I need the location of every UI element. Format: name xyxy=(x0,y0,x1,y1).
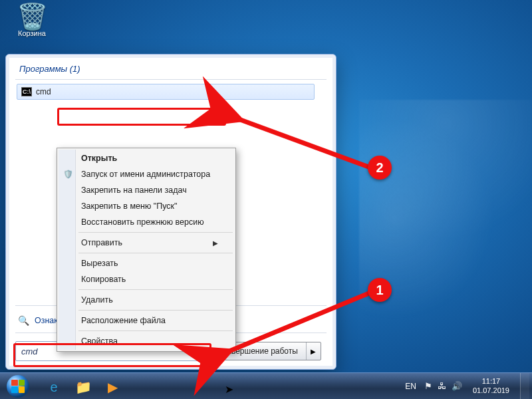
recycle-bin-label: Корзина xyxy=(18,29,46,37)
cmd-icon: C:\ xyxy=(21,87,32,96)
windows-logo-icon xyxy=(7,375,29,398)
volume-icon[interactable]: 🔊 xyxy=(452,381,462,391)
recycle-bin[interactable]: 🗑️ Корзина xyxy=(11,4,53,37)
context-menu: Открыть 🛡️ Запуск от имени администратор… xyxy=(57,148,236,352)
ctx-restore-previous[interactable]: Восстановить прежнюю версию xyxy=(59,214,234,230)
ctx-separator xyxy=(78,289,233,290)
start-button[interactable] xyxy=(0,373,36,399)
recycle-bin-icon: 🗑️ xyxy=(11,4,53,29)
taskbar: e 📁 ▶ EN ⚑ 🖧 🔊 11:17 01.07.2019 xyxy=(0,372,532,399)
divider xyxy=(15,79,327,80)
ctx-file-location[interactable]: Расположение файла xyxy=(59,313,234,329)
internet-explorer-icon[interactable]: e xyxy=(40,376,68,398)
ctx-cut[interactable]: Вырезать xyxy=(59,255,234,271)
mouse-cursor-icon: ➤ xyxy=(225,383,233,396)
shutdown-options-icon[interactable]: ▶ xyxy=(306,342,321,360)
ctx-pin-taskbar[interactable]: Закрепить на панели задач xyxy=(59,182,234,198)
ctx-separator xyxy=(78,331,233,331)
ctx-separator xyxy=(78,253,233,253)
programs-heading: Программы (1) xyxy=(19,64,325,74)
search-icon: 🔍 xyxy=(18,315,29,326)
annotation-step-1: 1 xyxy=(368,278,392,302)
pinned-apps: e 📁 ▶ xyxy=(36,373,126,399)
network-icon[interactable]: 🖧 xyxy=(438,381,446,391)
ctx-properties[interactable]: Свойства xyxy=(59,333,234,349)
ctx-open[interactable]: Открыть xyxy=(59,150,234,166)
ctx-delete[interactable]: Удалить xyxy=(59,292,234,308)
chevron-right-icon: ▶ xyxy=(213,239,218,247)
start-menu: Программы (1) C:\ cmd Открыть 🛡️ Запуск … xyxy=(5,54,336,370)
ctx-separator xyxy=(78,310,233,311)
action-center-icon[interactable]: ⚑ xyxy=(424,381,432,391)
search-result-cmd[interactable]: C:\ cmd xyxy=(17,84,315,100)
ctx-run-as-admin[interactable]: 🛡️ Запуск от имени администратора xyxy=(59,166,234,182)
media-player-icon[interactable]: ▶ xyxy=(98,376,126,398)
system-tray: EN ⚑ 🖧 🔊 11:17 01.07.2019 xyxy=(402,373,532,399)
ctx-separator xyxy=(78,232,233,233)
file-explorer-icon[interactable]: 📁 xyxy=(69,376,97,398)
clock-time: 11:17 xyxy=(473,377,509,386)
clock[interactable]: 11:17 01.07.2019 xyxy=(467,377,515,396)
annotation-step-2: 2 xyxy=(368,156,392,180)
ctx-copy[interactable]: Копировать xyxy=(59,271,234,287)
desktop: 🗑️ Корзина Программы (1) C:\ cmd Открыть… xyxy=(0,0,532,399)
ctx-pin-start[interactable]: Закрепить в меню "Пуск" xyxy=(59,198,234,214)
show-desktop-button[interactable] xyxy=(520,373,529,400)
shield-icon: 🛡️ xyxy=(63,169,73,180)
search-result-label: cmd xyxy=(36,87,51,96)
clock-date: 01.07.2019 xyxy=(473,386,509,396)
ctx-send-to[interactable]: Отправить ▶ xyxy=(59,235,234,251)
language-indicator[interactable]: EN xyxy=(402,382,419,391)
